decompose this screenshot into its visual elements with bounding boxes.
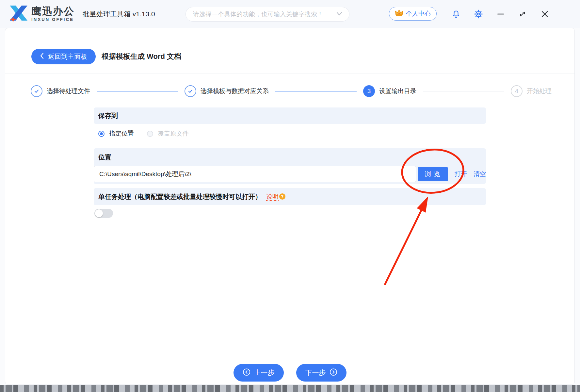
single-task-toggle[interactable] <box>94 209 113 218</box>
function-search-select[interactable]: 请选择一个具体的功能，也可输入关键字搜索！ <box>185 7 349 22</box>
personal-center-label: 个人中心 <box>406 9 431 18</box>
location-title: 位置 <box>98 153 111 162</box>
step-1: 选择待处理文件 <box>31 85 90 97</box>
step-3-label: 设置输出目录 <box>379 87 416 95</box>
step-4-number: 4 <box>511 85 523 97</box>
clear-link[interactable]: 清空 <box>474 170 486 178</box>
titlebar: 鹰迅办公 INXUN OFFICE 批量处理工具箱 v1.13.0 请选择一个具… <box>0 0 580 28</box>
chevron-down-icon <box>336 11 343 17</box>
brand: 鹰迅办公 INXUN OFFICE <box>9 4 74 24</box>
help-question-badge[interactable]: ? <box>279 193 285 200</box>
close-button[interactable] <box>539 8 551 20</box>
step-connector <box>423 91 504 91</box>
save-to-title: 保存到 <box>98 111 118 120</box>
radio-specified-label[interactable]: 指定位置 <box>109 129 134 138</box>
close-icon <box>540 10 549 18</box>
help-link[interactable]: 说明 <box>266 193 279 201</box>
brand-name-en: INXUN OFFICE <box>31 17 74 22</box>
notification-bell-button[interactable] <box>450 8 462 20</box>
open-link[interactable]: 打开 <box>455 170 467 178</box>
radio-specified-location[interactable] <box>98 131 105 137</box>
brand-name: 鹰迅办公 INXUN OFFICE <box>31 6 74 22</box>
location-section: 位置 浏 览 打开 清空 <box>94 148 486 184</box>
step-2-check-icon <box>185 85 196 97</box>
radio-dot <box>100 132 103 135</box>
page-title: 根据模板生成 Word 文档 <box>102 49 181 64</box>
step-connector <box>275 91 357 91</box>
search-placeholder: 请选择一个具体的功能，也可输入关键字搜索！ <box>193 10 336 19</box>
step-1-check-icon <box>31 85 42 97</box>
save-to-radio-group: 指定位置 覆盖原文件 <box>98 127 189 140</box>
expand-arrows-icon <box>518 10 527 18</box>
minimize-button[interactable] <box>495 8 507 20</box>
step-4: 4 开始处理 <box>511 85 552 97</box>
annotation-highlight <box>5 28 575 385</box>
output-path-input[interactable] <box>94 166 416 182</box>
header-divider <box>5 73 574 74</box>
step-2: 选择模板与数据对应关系 <box>185 85 269 97</box>
minus-icon <box>496 10 505 18</box>
step-4-label: 开始处理 <box>527 87 552 95</box>
step-3: 3 设置输出目录 <box>363 85 416 97</box>
back-button[interactable]: 返回到主面板 <box>31 49 96 64</box>
toggle-knob <box>95 209 103 217</box>
single-task-section: 单任务处理（电脑配置较差或批量处理较慢时可以打开） 说明? <box>94 188 486 205</box>
browse-button[interactable]: 浏 览 <box>418 167 448 181</box>
gear-icon <box>474 9 483 19</box>
background-window-strip <box>0 385 580 392</box>
background-window-texture <box>0 385 580 392</box>
bell-icon <box>452 10 460 19</box>
location-row: 浏 览 打开 清空 <box>94 166 486 182</box>
step-1-label: 选择待处理文件 <box>47 87 90 95</box>
circle-chevron-left-icon <box>243 368 250 378</box>
brand-logo-icon <box>9 4 28 24</box>
footer-nav: 上一步 下一步 <box>5 364 574 382</box>
prev-step-label: 上一步 <box>254 368 275 377</box>
next-step-button[interactable]: 下一步 <box>296 364 346 382</box>
next-step-label: 下一步 <box>305 368 326 377</box>
brand-name-cn: 鹰迅办公 <box>31 6 74 17</box>
back-button-label: 返回到主面板 <box>48 52 87 61</box>
radio-overwrite-original[interactable] <box>147 131 153 137</box>
prev-step-button[interactable]: 上一步 <box>234 364 284 382</box>
stepper: 选择待处理文件 选择模板与数据对应关系 3 设置输出目录 4 开始处理 <box>31 85 552 98</box>
chevron-left-icon <box>40 53 44 61</box>
settings-gear-button[interactable] <box>473 8 484 20</box>
save-to-section-header: 保存到 <box>94 107 486 124</box>
crown-icon <box>395 9 403 18</box>
personal-center-button[interactable]: 个人中心 <box>389 7 437 21</box>
single-task-title: 单任务处理（电脑配置较差或批量处理较慢时可以打开） <box>98 192 262 201</box>
main-card: 返回到主面板 根据模板生成 Word 文档 选择待处理文件 选择模板与数据对应关… <box>5 28 575 385</box>
step-2-label: 选择模板与数据对应关系 <box>201 87 269 95</box>
maximize-button[interactable] <box>517 8 528 20</box>
radio-overwrite-label: 覆盖原文件 <box>158 129 189 138</box>
app-window: 鹰迅办公 INXUN OFFICE 批量处理工具箱 v1.13.0 请选择一个具… <box>0 0 580 392</box>
app-title: 批量处理工具箱 v1.13.0 <box>83 0 155 28</box>
step-connector <box>97 91 178 91</box>
step-3-number: 3 <box>363 85 375 97</box>
circle-chevron-right-icon <box>330 368 337 378</box>
